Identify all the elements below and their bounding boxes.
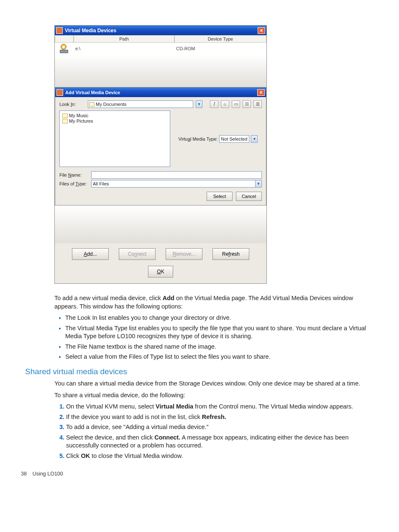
col-device-type: Device Type [174,35,266,43]
paragraph: You can share a virtual media device fro… [54,380,374,388]
details-view-icon[interactable]: ☰ [253,100,262,108]
device-type: CD-ROM [174,46,266,51]
cancel-button[interactable]: Cancel [236,192,262,201]
up-folder-icon[interactable]: ⤴ [210,100,218,108]
add-dialog-title: Add Virtual Media Device [65,90,257,95]
app-icon [56,27,63,34]
file-browser-list[interactable]: My Music My Pictures [59,111,170,167]
bullet-item: The Look In list enables you to change y… [65,314,374,322]
connect-button[interactable]: Connect [119,248,156,260]
list-view-icon[interactable]: ☷ [243,100,251,108]
paragraph: To share a virtual media device, do the … [54,391,374,400]
step-item: Click OK to close the Virtual Media wind… [66,452,374,460]
home-icon[interactable]: ⌂ [221,100,229,108]
folder-icon [62,113,68,118]
remove-button[interactable]: Remove... [166,248,202,260]
folder-icon [89,102,95,107]
document-body: To add a new virtual media device, click… [54,294,374,361]
folder-icon [62,119,68,123]
ok-button[interactable]: OK [148,266,173,278]
add-virtual-media-dialog: Add Virtual Media Device × Look In: My D… [55,87,266,206]
look-in-value: My Documents [96,102,126,107]
bullet-item: The File Name textbox is the shared name… [65,343,374,351]
device-table-header: Path Device Type [55,35,266,43]
page-number: 38 [21,471,27,477]
files-of-type-dropdown-arrow[interactable]: ▼ [255,180,262,188]
col-path: Path [74,35,174,43]
close-icon[interactable]: × [258,27,265,34]
list-item[interactable]: My Pictures [62,118,167,123]
step-item: To add a device, see "Adding a virtual m… [66,423,374,432]
vmd-titlebar: Virtual Media Devices × [55,26,266,35]
virtual-media-devices-window: Virtual Media Devices × Path Device Type… [54,25,267,284]
file-name-input[interactable] [91,171,262,179]
look-in-label: Look In: [59,102,85,107]
intro-paragraph: To add a new virtual media device, click… [54,294,374,311]
bullet-item: The Virtual Media Type list enables you … [65,324,374,341]
cdrom-icon [55,44,74,53]
lower-empty-area [55,206,266,243]
look-in-dropdown-arrow[interactable]: ▼ [196,100,202,108]
step-item: On the Virtual KVM menu, select Virtual … [66,403,374,411]
device-path: e:\ [74,46,174,51]
vmd-title: Virtual Media Devices [65,28,258,33]
files-of-type-select[interactable]: All Files [91,180,255,188]
files-of-type-label: Files of Type: [59,181,89,186]
add-button[interactable]: Add... [72,248,109,260]
select-button[interactable]: Select [207,192,233,201]
vm-type-select[interactable]: Not Selected [219,135,249,143]
app-icon [56,89,63,96]
file-name-label: File Name: [59,172,89,177]
look-in-combo[interactable]: My Documents [88,100,193,108]
section-heading: Shared virtual media devices [25,367,378,376]
close-icon[interactable]: × [257,89,265,96]
vm-type-label: Virtual Media Type: [179,136,218,141]
page-footer: 38 Using LO100 [21,471,378,477]
step-item: Select the device, and then click Connec… [66,434,374,450]
vm-type-dropdown-arrow[interactable]: ▼ [251,135,258,143]
section-body: You can share a virtual media device fro… [54,380,374,460]
add-dialog-titlebar: Add Virtual Media Device × [55,87,266,97]
device-list-empty-area [55,54,266,87]
page-section: Using LO100 [33,471,63,477]
bullet-item: Select a value from the Files of Type li… [65,353,374,361]
list-item[interactable]: My Music [62,113,167,118]
step-item: If the device you want to add is not in … [66,413,374,421]
refresh-button[interactable]: Refresh [212,248,249,260]
col-icon [55,35,74,43]
vm-type-value: Not Selected [221,136,247,141]
device-row[interactable]: e:\ CD-ROM [55,43,266,54]
new-folder-icon[interactable]: ▭ [232,100,240,108]
